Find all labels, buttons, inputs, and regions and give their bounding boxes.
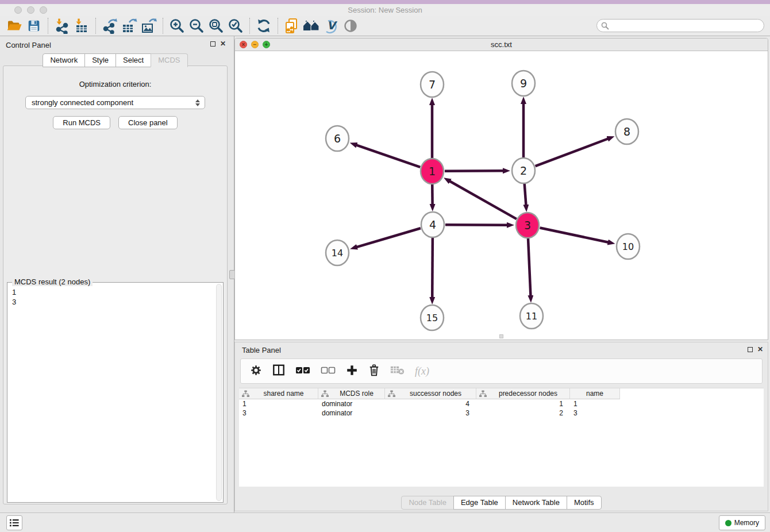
node-table: shared name MCDS role successor nodes pr… (239, 388, 764, 487)
toolbar-separator (278, 18, 278, 34)
graph-edge-1-2[interactable] (445, 171, 504, 171)
network-window-titlebar[interactable]: × − + scc.txt (235, 38, 768, 51)
zoom-in-icon[interactable] (167, 17, 187, 34)
mcds-result-title: MCDS result (2 nodes) (12, 277, 93, 286)
tab-motifs[interactable]: Motifs (567, 496, 602, 510)
control-panel-tabs: Network Style Select MCDS (0, 53, 230, 67)
tab-mcds[interactable]: MCDS (151, 53, 187, 67)
toolbar-separator (249, 18, 250, 34)
column-type-icon (321, 390, 329, 398)
tab-select[interactable]: Select (116, 53, 151, 67)
session-title: Session: New Session (0, 6, 770, 14)
graph-edge-4-3[interactable] (445, 225, 508, 225)
mcds-panel: Optimization criterion: strongly connect… (3, 65, 228, 504)
deselect-all-icon[interactable] (321, 366, 336, 377)
result-scrollbar[interactable] (216, 284, 222, 501)
column-type-icon (479, 390, 487, 398)
toolbar-separator (48, 18, 48, 34)
graph-node-label: 1 (429, 165, 436, 178)
graph-node-label: 3 (524, 219, 531, 232)
memory-button[interactable]: Memory (719, 515, 765, 530)
column-header-predecessor-nodes[interactable]: predecessor nodes (476, 388, 570, 399)
clone-network-icon[interactable] (282, 17, 302, 34)
graph-node-label: 2 (520, 164, 527, 177)
column-header-shared-name[interactable]: shared name (239, 388, 318, 399)
mcds-result-list[interactable]: 1 3 (7, 283, 223, 311)
add-column-icon[interactable] (346, 364, 358, 379)
mcds-result-box: MCDS result (2 nodes) 1 3 (7, 282, 224, 503)
save-session-icon[interactable] (24, 17, 44, 34)
tab-edge-table[interactable]: Edge Table (453, 496, 506, 510)
import-table-icon[interactable] (72, 17, 91, 34)
apply-layout-icon[interactable] (254, 17, 274, 34)
search-field[interactable] (596, 19, 764, 32)
toolbar-separator (163, 18, 163, 34)
network-canvas[interactable]: 7968124314101511 (235, 51, 768, 340)
close-panel-button[interactable]: Close panel (118, 116, 178, 129)
zoom-out-icon[interactable] (187, 17, 206, 34)
table-row[interactable]: 3 dominator 3 2 3 (239, 408, 764, 418)
close-panel-icon[interactable]: ✕ (220, 41, 226, 47)
optimization-criterion-label: Optimization criterion: (3, 80, 227, 88)
column-type-icon (242, 390, 249, 398)
graph-edge-2-8[interactable] (536, 138, 609, 166)
select-all-icon[interactable] (295, 366, 310, 377)
desktop-background-strip (0, 0, 770, 4)
column-type-icon (388, 390, 395, 398)
graph-node-label: 15 (426, 313, 438, 323)
apply-style-icon[interactable]: V (321, 17, 341, 34)
show-columns-icon[interactable] (272, 364, 285, 379)
table-header-row: shared name MCDS role successor nodes pr… (239, 388, 764, 399)
optimization-criterion-select[interactable]: strongly connected component (25, 96, 205, 109)
function-builder-icon[interactable]: f(x) (415, 365, 429, 377)
network-view-window: × − + scc.txt 7968124314101511 (234, 38, 768, 340)
graph-edge-3-1[interactable] (449, 181, 517, 219)
graph-edge-3-10[interactable] (540, 228, 609, 242)
zoom-selected-icon[interactable] (226, 17, 245, 34)
tab-node-table[interactable]: Node Table (401, 496, 454, 510)
zoom-fit-icon[interactable] (206, 17, 226, 34)
tab-network[interactable]: Network (43, 53, 85, 67)
delete-table-icon[interactable] (390, 365, 405, 377)
memory-status-icon (725, 520, 732, 526)
control-panel-title: Control Panel (6, 41, 51, 49)
first-neighbors-icon[interactable] (302, 17, 321, 34)
graph-node-label: 8 (623, 125, 630, 138)
graph-node-label: 7 (429, 78, 436, 91)
float-table-panel-icon[interactable] (748, 347, 753, 352)
graph-edge-2-3[interactable] (525, 183, 526, 206)
graph-node-label: 6 (334, 132, 341, 145)
control-panel: Control Panel ✕ Network Style Select MCD… (0, 36, 230, 512)
open-session-icon[interactable] (5, 17, 24, 34)
graph-node-label: 9 (520, 77, 527, 90)
export-network-icon[interactable] (100, 17, 120, 34)
export-table-icon[interactable] (120, 17, 139, 34)
panel-divider[interactable] (230, 36, 234, 512)
task-history-button[interactable] (6, 515, 22, 530)
column-header-mcds-role[interactable]: MCDS role (318, 388, 385, 399)
graph-edge-4-15[interactable] (432, 237, 433, 298)
graph-node-label: 11 (526, 311, 537, 322)
main-toolbar: V (0, 16, 770, 36)
import-network-icon[interactable] (52, 17, 72, 34)
tab-style[interactable]: Style (84, 53, 116, 67)
graph-node-label: 4 (429, 218, 436, 231)
column-header-name[interactable]: name (570, 388, 620, 399)
close-table-panel-icon[interactable]: ✕ (757, 346, 763, 352)
table-settings-gear-icon[interactable] (250, 364, 262, 379)
search-input[interactable] (609, 21, 764, 31)
graph-edge-1-6[interactable] (356, 145, 420, 167)
graph-edge-4-14[interactable] (356, 228, 421, 247)
tab-network-table[interactable]: Network Table (505, 496, 567, 510)
delete-column-icon[interactable] (368, 364, 380, 379)
list-icon (9, 518, 20, 527)
graph-edge-3-11[interactable] (528, 238, 531, 296)
export-image-icon[interactable] (139, 17, 159, 34)
canvas-grip[interactable] (499, 334, 503, 338)
column-header-successor-nodes[interactable]: successor nodes (385, 388, 476, 399)
float-panel-icon[interactable] (210, 41, 215, 47)
graphics-details-icon[interactable] (341, 17, 360, 34)
table-row[interactable]: 1 dominator 4 1 1 (239, 399, 764, 408)
run-mcds-button[interactable]: Run MCDS (53, 116, 110, 129)
result-item: 3 (12, 297, 218, 307)
